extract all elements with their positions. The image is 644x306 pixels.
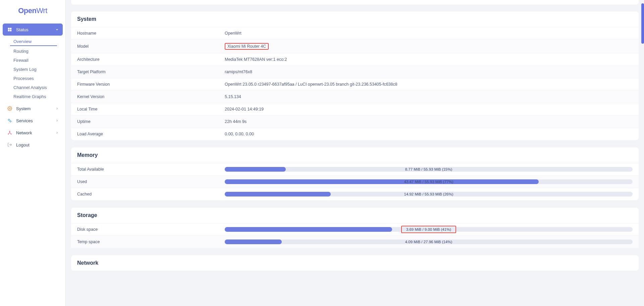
progress-text: 3.69 MiB / 9.00 MiB (41%) xyxy=(406,227,451,231)
row-value: 2024-02-01 14:49:19 xyxy=(225,107,264,112)
nav-status-sub-realtime-graphs[interactable]: Realtime Graphs xyxy=(10,92,63,101)
storage-card: Storage Disk space3.69 MiB / 9.00 MiB (4… xyxy=(71,208,639,248)
top-spacer xyxy=(71,0,639,5)
nav-status-sub-routing[interactable]: Routing xyxy=(10,47,63,56)
svg-rect-3 xyxy=(10,30,12,32)
system-row: ModelXiaomi Mi Router 4C xyxy=(71,39,639,53)
memory-title: Memory xyxy=(71,147,639,163)
nav-status[interactable]: Status xyxy=(3,24,63,36)
svg-point-8 xyxy=(8,134,9,135)
progress-bar: 3.69 MiB / 9.00 MiB (41%) xyxy=(225,227,633,232)
sidebar-nav: Status OverviewRoutingFirewallSystem Log… xyxy=(0,21,65,153)
memory-row: Used43.47 MiB / 55.93 MiB (77%) xyxy=(71,175,639,188)
system-row: Target Platformramips/mt76x8 xyxy=(71,65,639,78)
main-content[interactable]: System HostnameOpenWrtModelXiaomi Mi Rou… xyxy=(66,0,644,306)
progress-bar: 4.09 MiB / 27.96 MiB (14%) xyxy=(225,239,633,244)
system-row: Uptime22h 44m 9s xyxy=(71,115,639,128)
row-value: OpenWrt 23.05.0 r23497-6637af95aa / LuCI… xyxy=(225,82,397,87)
row-label: Model xyxy=(77,44,225,49)
row-label: Disk space xyxy=(77,227,225,232)
system-row: HostnameOpenWrt xyxy=(71,27,639,39)
svg-point-9 xyxy=(11,134,12,135)
row-label: Used xyxy=(77,179,225,184)
nav-network[interactable]: Network xyxy=(3,127,63,139)
system-title: System xyxy=(71,11,639,27)
svg-point-5 xyxy=(8,119,10,121)
chevron-down-icon xyxy=(55,28,59,31)
system-row: Load Average0.00, 0.00, 0.00 xyxy=(71,128,639,140)
chevron-right-icon xyxy=(55,107,59,110)
row-value: 0.00, 0.00, 0.00 xyxy=(225,132,254,136)
system-card: System HostnameOpenWrtModelXiaomi Mi Rou… xyxy=(71,11,639,140)
svg-point-7 xyxy=(9,131,10,132)
progress-text: 43.47 MiB / 55.93 MiB (77%) xyxy=(404,180,453,184)
system-row: Kernel Version5.15.134 xyxy=(71,90,639,103)
system-row: ArchitectureMediaTek MT7628AN ver:1 eco:… xyxy=(71,53,639,65)
nav-system[interactable]: System xyxy=(3,102,63,115)
row-label: Total Available xyxy=(77,167,225,172)
nav-status-sub-overview[interactable]: Overview xyxy=(10,37,57,46)
storage-row: Temp space4.09 MiB / 27.96 MiB (14%) xyxy=(71,235,639,248)
progress-fill xyxy=(225,167,286,172)
brand-text: OpenWrt xyxy=(18,6,47,15)
network-card: Network xyxy=(71,255,639,271)
system-row: Firmware VersionOpenWrt 23.05.0 r23497-6… xyxy=(71,78,639,90)
row-label: Architecture xyxy=(77,57,225,62)
row-value: ramips/mt76x8 xyxy=(225,70,252,74)
svg-point-4 xyxy=(9,108,10,109)
row-value: MediaTek MT7628AN ver:1 eco:2 xyxy=(225,57,287,62)
nav-status-sub-system-log[interactable]: System Log xyxy=(10,65,63,74)
nav-status-label: Status xyxy=(16,27,29,32)
network-icon xyxy=(7,130,13,136)
nav-status-sub-channel-analysis[interactable]: Channel Analysis xyxy=(10,83,63,92)
row-value: 22h 44m 9s xyxy=(225,119,247,124)
dashboard-icon xyxy=(7,27,13,33)
nav-services[interactable]: Services xyxy=(3,115,63,127)
progress-fill xyxy=(225,192,331,196)
storage-row: Disk space3.69 MiB / 9.00 MiB (41%) xyxy=(71,223,639,235)
highlighted-value: Xiaomi Mi Router 4C xyxy=(225,43,269,50)
memory-card: Memory Total Available8.77 MiB / 55.93 M… xyxy=(71,147,639,200)
storage-title: Storage xyxy=(71,208,639,223)
row-label: Target Platform xyxy=(77,70,225,74)
nav-status-sub-firewall[interactable]: Firewall xyxy=(10,56,63,65)
system-row: Local Time2024-02-01 14:49:19 xyxy=(71,103,639,115)
memory-row: Total Available8.77 MiB / 55.93 MiB (15%… xyxy=(71,163,639,175)
scrollbar-thumb[interactable] xyxy=(641,3,644,44)
svg-rect-2 xyxy=(8,30,10,32)
logout-icon xyxy=(7,142,13,148)
chevron-right-icon xyxy=(55,119,59,122)
nav-logout[interactable]: Logout xyxy=(3,139,63,151)
network-title: Network xyxy=(71,255,639,271)
svg-rect-1 xyxy=(10,28,12,30)
nav-status-sub-processes[interactable]: Processes xyxy=(10,74,63,83)
chevron-right-icon xyxy=(55,131,59,134)
sidebar: OpenWrt Status OverviewRoutingFirewallSy… xyxy=(0,0,66,306)
row-label: Kernel Version xyxy=(77,94,225,99)
progress-fill xyxy=(225,179,539,184)
row-value: 5.15.134 xyxy=(225,94,241,99)
nav-logout-label: Logout xyxy=(16,142,30,147)
row-value: OpenWrt xyxy=(225,31,241,36)
progress-text: 4.09 MiB / 27.96 MiB (14%) xyxy=(405,240,452,244)
progress-bar: 8.77 MiB / 55.93 MiB (15%) xyxy=(225,167,633,172)
nav-network-label: Network xyxy=(16,130,32,135)
brand-logo: OpenWrt xyxy=(0,0,65,21)
row-label: Firmware Version xyxy=(77,82,225,87)
nav-services-label: Services xyxy=(16,118,33,123)
progress-fill xyxy=(225,227,392,232)
row-label: Load Average xyxy=(77,132,225,136)
row-label: Temp space xyxy=(77,239,225,244)
brand-text-b: Wrt xyxy=(36,6,47,15)
row-label: Cached xyxy=(77,192,225,196)
row-label: Hostname xyxy=(77,31,225,36)
progress-text: 14.92 MiB / 55.93 MiB (26%) xyxy=(404,192,453,196)
row-value: Xiaomi Mi Router 4C xyxy=(225,43,269,50)
progress-bar: 43.47 MiB / 55.93 MiB (77%) xyxy=(225,179,633,184)
brand-text-a: Open xyxy=(18,6,36,15)
gears-icon xyxy=(7,118,13,124)
row-label: Local Time xyxy=(77,107,225,112)
progress-text: 8.77 MiB / 55.93 MiB (15%) xyxy=(405,167,452,171)
nav-status-submenu: OverviewRoutingFirewallSystem LogProcess… xyxy=(3,36,63,102)
nav-system-label: System xyxy=(16,106,31,111)
